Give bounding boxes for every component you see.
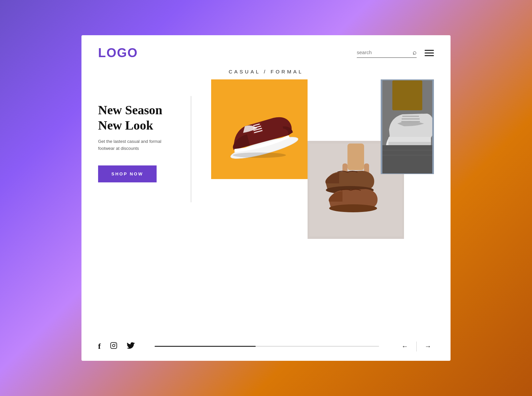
category-label[interactable]: CASUAL / FORMAL: [229, 69, 303, 74]
svg-rect-7: [347, 144, 364, 170]
main-content: New Season New Look Get the lastest casu…: [81, 83, 451, 335]
svg-point-11: [329, 204, 377, 212]
logo: LOGO: [98, 46, 138, 60]
search-input[interactable]: [357, 50, 410, 55]
progress-bar[interactable]: [155, 346, 379, 347]
svg-rect-19: [382, 145, 432, 173]
hero-divider: [191, 96, 192, 202]
svg-rect-15: [388, 142, 431, 145]
instagram-icon[interactable]: [110, 342, 117, 351]
svg-point-23: [112, 344, 115, 346]
social-icons: f: [98, 342, 135, 351]
nike-shoe-image: [381, 79, 434, 174]
search-wrapper[interactable]: ⌕: [357, 49, 417, 58]
prev-arrow-button[interactable]: ←: [399, 341, 411, 351]
svg-rect-13: [392, 80, 422, 110]
hamburger-menu-icon[interactable]: [425, 50, 434, 56]
sneaker-image: [211, 79, 308, 179]
hero-title: New Season New Look: [98, 103, 191, 133]
main-card: LOGO ⌕ CASUAL / FORMAL New Season New Lo…: [81, 35, 451, 361]
shop-now-button[interactable]: SHOP NOW: [98, 165, 157, 182]
facebook-icon[interactable]: f: [98, 342, 101, 351]
svg-point-24: [115, 344, 116, 344]
search-icon[interactable]: ⌕: [413, 49, 417, 56]
twitter-icon[interactable]: [127, 342, 135, 351]
images-area: [204, 83, 434, 259]
hero-text: New Season New Look Get the lastest casu…: [98, 83, 191, 182]
header-right: ⌕: [357, 49, 434, 58]
footer: f ← →: [81, 335, 451, 361]
next-arrow-button[interactable]: →: [422, 341, 434, 351]
hero-subtitle: Get the lastest casual and formal footwe…: [98, 138, 165, 152]
progress-fill: [155, 346, 256, 347]
nav-arrows: ← →: [399, 341, 434, 351]
svg-rect-22: [111, 342, 117, 348]
svg-point-5: [233, 152, 286, 158]
menu-line-2: [425, 52, 434, 53]
menu-line-3: [425, 55, 434, 56]
header: LOGO ⌕: [81, 35, 451, 65]
arrow-divider: [416, 342, 417, 351]
menu-line-1: [425, 50, 434, 51]
